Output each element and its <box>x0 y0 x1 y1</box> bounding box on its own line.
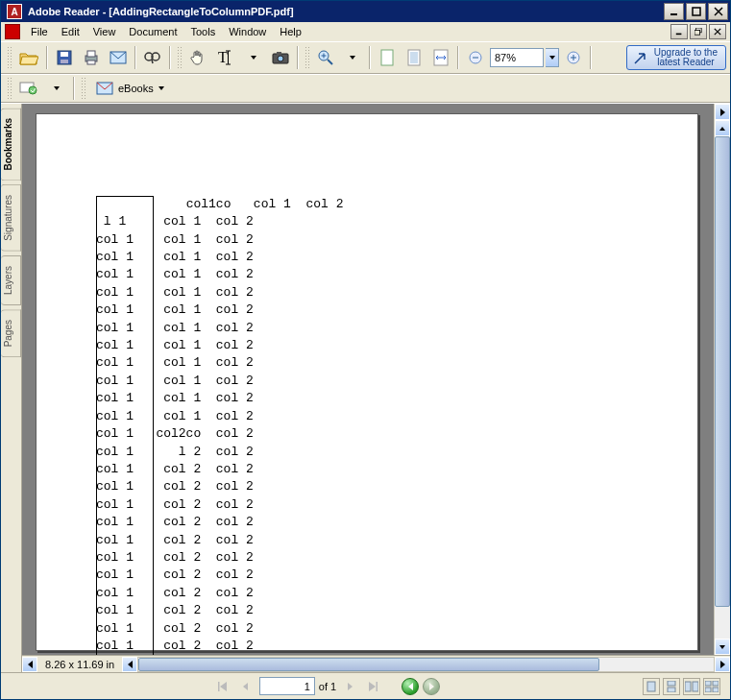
svg-rect-41 <box>377 682 378 691</box>
scroll-thumb[interactable] <box>715 136 730 607</box>
continuous-view-button[interactable] <box>663 678 680 695</box>
text-select-dropdown[interactable] <box>241 45 266 70</box>
menu-view[interactable]: View <box>86 24 123 39</box>
svg-rect-23 <box>277 52 281 55</box>
fit-page-button[interactable] <box>402 45 426 70</box>
svg-rect-14 <box>87 60 95 64</box>
last-page-button[interactable] <box>363 677 382 696</box>
scroll-down-button[interactable] <box>715 639 730 655</box>
menu-tools[interactable]: Tools <box>184 24 223 39</box>
forward-button[interactable] <box>423 678 440 695</box>
minimize-button[interactable] <box>664 3 684 20</box>
pdf-rectangle <box>96 196 154 655</box>
email-button[interactable] <box>106 45 131 70</box>
svg-rect-48 <box>713 681 719 686</box>
page-number-input[interactable]: 1 <box>259 677 315 695</box>
tab-signatures[interactable]: Signatures <box>1 184 21 252</box>
back-button[interactable] <box>402 678 419 695</box>
menu-document[interactable]: Document <box>122 24 183 39</box>
svg-rect-42 <box>647 682 655 691</box>
pdf-page: col1co col 1 col 2 l 1 col 1 col 2 col 1… <box>36 113 698 651</box>
grip[interactable] <box>177 46 182 69</box>
svg-rect-47 <box>705 681 711 686</box>
ebooks-button[interactable]: eBooks <box>89 78 171 99</box>
h-scroll-thumb[interactable] <box>138 658 599 671</box>
svg-rect-43 <box>668 681 675 686</box>
snapshot-tool-button[interactable] <box>268 45 293 70</box>
svg-line-18 <box>152 60 153 63</box>
scroll-right-arrow-icon[interactable] <box>715 104 730 120</box>
scroll-up-button[interactable] <box>715 120 730 136</box>
zoom-dropdown[interactable] <box>340 45 365 70</box>
svg-rect-0 <box>670 13 677 15</box>
menu-bar: File Edit View Document Tools Window Hel… <box>1 22 730 41</box>
review-dropdown[interactable] <box>44 76 69 101</box>
svg-rect-20 <box>228 51 229 64</box>
search-button[interactable] <box>140 45 165 70</box>
svg-rect-4 <box>676 34 682 36</box>
svg-rect-50 <box>713 688 719 692</box>
upgrade-button[interactable]: Upgrade to the latest Reader <box>626 45 726 70</box>
zoom-input[interactable]: 87% <box>490 48 544 67</box>
menu-file[interactable]: File <box>24 24 55 39</box>
status-bar: 1 of 1 <box>1 672 730 699</box>
open-button[interactable] <box>15 45 42 70</box>
grip[interactable] <box>7 77 12 100</box>
page-total: of 1 <box>319 681 336 692</box>
svg-point-38 <box>29 86 37 94</box>
hand-tool-button[interactable] <box>185 45 210 70</box>
tab-bookmarks[interactable]: Bookmarks <box>1 108 21 181</box>
maximize-button[interactable] <box>686 3 706 20</box>
close-button[interactable] <box>708 3 728 20</box>
save-button[interactable] <box>52 45 77 70</box>
mdi-close-button[interactable] <box>709 24 726 39</box>
menu-help[interactable]: Help <box>273 24 308 39</box>
continuous-facing-view-button[interactable] <box>703 678 720 695</box>
title-bar: A Adobe Reader - [AddingRectangleToColum… <box>1 1 730 22</box>
upgrade-arrow-icon <box>633 50 648 65</box>
svg-rect-11 <box>61 60 68 63</box>
svg-rect-30 <box>410 52 418 63</box>
grip[interactable] <box>305 46 309 69</box>
svg-rect-28 <box>381 50 393 65</box>
h-scroll-left[interactable] <box>122 657 137 672</box>
zoom-in-small-button[interactable] <box>561 45 586 70</box>
svg-rect-13 <box>87 51 95 57</box>
svg-rect-49 <box>705 688 711 692</box>
mdi-minimize-button[interactable] <box>670 24 688 39</box>
review-button[interactable] <box>15 76 42 101</box>
zoom-in-button[interactable] <box>313 45 338 70</box>
menu-window[interactable]: Window <box>222 24 273 39</box>
first-page-button[interactable] <box>213 677 232 696</box>
single-page-view-button[interactable] <box>643 678 660 695</box>
facing-view-button[interactable] <box>683 678 700 695</box>
zoom-value: 87% <box>495 52 516 63</box>
toolbar-main: T 87% Upgrade to the latest Reader <box>1 41 730 74</box>
fit-width-button[interactable] <box>428 45 453 70</box>
tab-layers[interactable]: Layers <box>1 255 21 305</box>
next-page-button[interactable] <box>340 677 359 696</box>
horizontal-status-bar: 8.26 x 11.69 in <box>22 655 730 672</box>
svg-text:T: T <box>218 49 228 65</box>
view-mode-group <box>643 678 720 695</box>
print-button[interactable] <box>79 45 104 70</box>
document-viewport[interactable]: col1co col 1 col 2 l 1 col 1 col 2 col 1… <box>22 104 714 655</box>
vertical-scrollbar[interactable] <box>714 104 730 655</box>
svg-rect-1 <box>693 8 700 15</box>
h-scroll-left-end[interactable] <box>22 657 37 672</box>
menu-edit[interactable]: Edit <box>55 24 86 39</box>
zoom-out-button[interactable] <box>463 45 488 70</box>
svg-rect-10 <box>61 52 68 57</box>
grip[interactable] <box>81 77 85 100</box>
grip[interactable] <box>7 46 12 69</box>
upgrade-label: Upgrade to the latest Reader <box>654 48 718 67</box>
text-select-tool-button[interactable]: T <box>212 45 239 70</box>
app-icon: A <box>7 4 22 19</box>
mdi-restore-button[interactable] <box>690 24 707 39</box>
tab-pages[interactable]: Pages <box>1 309 21 357</box>
zoom-preset-dropdown[interactable] <box>546 48 559 67</box>
actual-size-button[interactable] <box>375 45 400 70</box>
h-scroll-right[interactable] <box>715 657 730 672</box>
prev-page-button[interactable] <box>236 677 256 696</box>
h-scroll-track[interactable] <box>137 657 715 672</box>
